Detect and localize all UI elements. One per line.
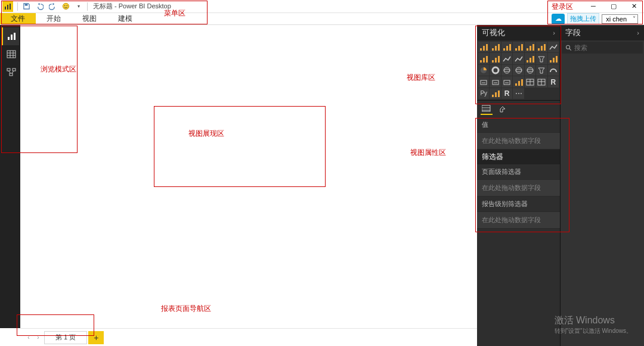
viz-donut-icon[interactable] (490, 65, 500, 76)
viz-scatter-icon[interactable] (548, 53, 559, 64)
svg-point-55 (516, 67, 522, 73)
minimize-button[interactable]: ─ (583, 0, 603, 12)
svg-rect-75 (492, 95, 494, 97)
svg-line-19 (12, 71, 14, 73)
field-wells: 值 在此处拖动数据字段 筛选器 页面级筛选器 在此处拖动数据字段 报告级别筛选器… (477, 117, 560, 229)
svg-rect-33 (530, 46, 531, 51)
svg-rect-30 (518, 46, 520, 51)
svg-rect-23 (492, 48, 494, 51)
visualizations-header[interactable]: 可视化 › (477, 25, 560, 40)
viz-line-clustered-column-icon[interactable] (513, 53, 524, 64)
svg-line-18 (8, 71, 11, 73)
filters-header: 筛选器 (477, 149, 560, 164)
anno-menu-label: 菜单区 (164, 8, 185, 18)
fields-search[interactable] (562, 42, 643, 54)
undo-icon[interactable] (33, 1, 46, 13)
save-icon[interactable] (20, 1, 33, 13)
model-view-button[interactable] (1, 63, 19, 81)
page-tabs: ‹ › 第 1 页 + (20, 328, 477, 346)
fields-search-input[interactable] (574, 44, 639, 51)
report-view-button[interactable] (1, 27, 19, 45)
svg-rect-2 (10, 4, 11, 10)
window-controls: ─ ▢ ✕ (583, 0, 644, 12)
svg-rect-77 (498, 91, 500, 97)
fields-header[interactable]: 字段 › (561, 25, 644, 40)
report-canvas[interactable] (20, 25, 477, 328)
svg-point-57 (527, 67, 533, 73)
viz-area-icon[interactable] (478, 53, 489, 64)
viz-stacked-bar-icon[interactable] (478, 42, 489, 52)
page-next-button[interactable]: › (33, 331, 43, 344)
viz-card-icon[interactable] (478, 76, 489, 87)
viz-clustered-column-icon[interactable] (513, 42, 524, 52)
page-filter-drop-well[interactable]: 在此处拖动数据字段 (477, 179, 560, 197)
viz-python-icon[interactable]: Py (478, 88, 489, 99)
viz-stacked-column-icon[interactable] (490, 42, 500, 52)
viz-100-stacked-bar-icon[interactable] (525, 42, 535, 52)
view-mode-rail (0, 25, 20, 328)
anno-vizprops-label: 视图属性区 (410, 148, 446, 158)
menu-home[interactable]: 开始 (36, 13, 72, 24)
anno-viewmode-label: 浏览模式区 (41, 64, 76, 74)
viz-kpi-icon[interactable] (501, 76, 512, 87)
svg-rect-3 (24, 4, 27, 6)
fields-tab-icon[interactable] (481, 103, 493, 115)
add-page-button[interactable]: + (88, 331, 104, 344)
viz-table-icon[interactable] (525, 76, 535, 87)
values-drop-well[interactable]: 在此处拖动数据字段 (477, 132, 560, 149)
svg-rect-21 (483, 46, 485, 51)
viz-funnel-icon[interactable] (536, 65, 547, 76)
svg-point-81 (566, 45, 570, 49)
upload-hint[interactable]: 拖拽上传 (567, 13, 599, 24)
signin-area: ☁ 拖拽上传 xi chen (552, 13, 638, 24)
viz-matrix-icon[interactable] (536, 76, 547, 87)
cloud-icon[interactable]: ☁ (552, 14, 565, 24)
anno-signin-label: 登录区 (552, 2, 573, 12)
svg-rect-15 (7, 68, 10, 71)
svg-point-58 (527, 69, 533, 71)
viz-filled-map-icon[interactable] (525, 65, 535, 76)
user-dropdown[interactable]: xi chen (602, 14, 638, 24)
viz-gauge-icon[interactable] (548, 65, 559, 76)
svg-point-4 (63, 3, 69, 9)
close-button[interactable]: ✕ (624, 0, 644, 12)
format-tab-icon[interactable] (497, 103, 509, 115)
window-title: 无标题 - Power BI Desktop (93, 2, 171, 11)
menu-modeling[interactable]: 建模 (107, 13, 143, 24)
svg-point-56 (516, 69, 522, 71)
svg-rect-9 (14, 33, 16, 40)
qat-dropdown-icon[interactable]: ▾ (72, 1, 85, 13)
redo-icon[interactable] (46, 1, 59, 13)
viz-pie-icon[interactable] (478, 65, 489, 76)
viz-slicer-icon[interactable] (513, 76, 524, 87)
viz-line-stacked-column-icon[interactable] (501, 53, 512, 64)
svg-rect-46 (532, 56, 534, 63)
viz-arcgis-icon[interactable] (490, 88, 500, 99)
viz-multi-row-card-icon[interactable] (490, 76, 500, 87)
viz-100-stacked-column-icon[interactable] (536, 42, 547, 52)
menu-file[interactable]: 文件 (0, 13, 36, 24)
viz-stacked-area-icon[interactable] (490, 53, 500, 64)
svg-rect-16 (13, 68, 16, 71)
maximize-button[interactable]: ▢ (603, 0, 624, 12)
viz-treemap-icon[interactable] (501, 65, 512, 76)
page-tab-1[interactable]: 第 1 页 (44, 331, 87, 344)
svg-point-6 (66, 5, 67, 6)
page-prev-button[interactable]: ‹ (24, 331, 33, 344)
page-filter-label: 页面级筛选器 (477, 164, 560, 179)
report-filter-drop-well[interactable]: 在此处拖动数据字段 (477, 211, 560, 229)
viz-map-icon[interactable] (513, 65, 524, 76)
svg-point-54 (504, 69, 510, 71)
viz-ribbon-icon[interactable] (525, 53, 535, 64)
title-bar: ▾ 无标题 - Power BI Desktop ─ ▢ ✕ (0, 0, 644, 13)
viz-waterfall-icon[interactable] (536, 53, 547, 64)
svg-rect-45 (530, 58, 531, 63)
data-view-button[interactable] (1, 45, 19, 63)
viz-line-icon[interactable] (548, 42, 559, 52)
viz-clustered-bar-icon[interactable] (501, 42, 512, 52)
viz-r-visual-icon[interactable]: R (548, 76, 559, 87)
viz-r-script-icon[interactable]: R (501, 88, 512, 99)
viz-more-icon[interactable]: ⋯ (513, 88, 524, 99)
menu-view[interactable]: 视图 (72, 13, 107, 24)
emoji-icon[interactable] (59, 1, 72, 13)
